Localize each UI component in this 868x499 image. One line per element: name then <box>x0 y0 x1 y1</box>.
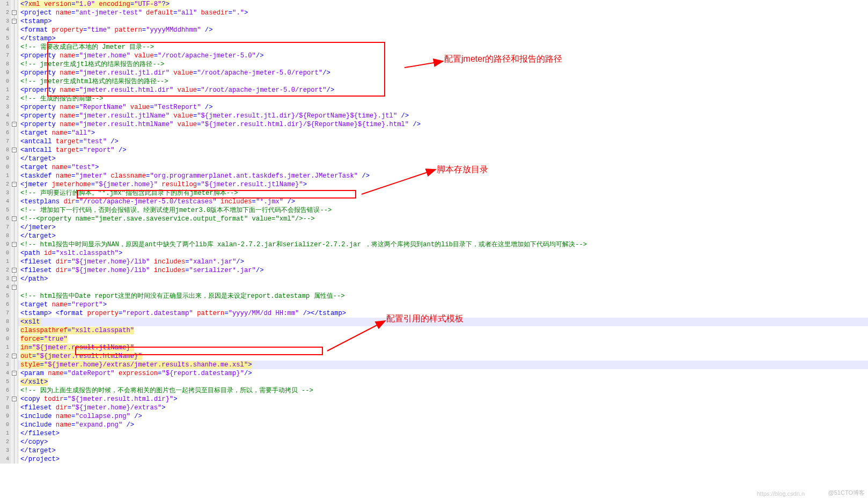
code-line[interactable]: <property name="jmeter.result.jtl.dir" v… <box>18 69 868 77</box>
code-line[interactable]: <include name="collapse.png" /> <box>18 412 868 421</box>
code-line[interactable]: <!-- 声明要运行的脚本。"*.jmx"指包含此目录下的所有jmeter脚本-… <box>18 189 868 197</box>
code-line[interactable]: <?xml version="1.0" encoding="UTF-8"?> <box>18 0 868 9</box>
code-line[interactable]: classpathref="xslt.classpath" <box>18 326 868 335</box>
code-line[interactable]: <!-- html报告中Date report这里的时间没有正确显示出来，原因是… <box>18 292 868 300</box>
code-line[interactable]: <!-- 需要改成自己本地的 Jmeter 目录--> <box>18 43 868 52</box>
line-number: 7 <box>0 395 11 403</box>
line-number: 0 <box>0 335 11 343</box>
line-number: 0 <box>0 77 11 86</box>
line-number: 5 <box>0 206 11 215</box>
code-line[interactable]: </project> <box>18 455 868 464</box>
line-number: 8 <box>0 232 11 240</box>
code-line[interactable]: <property name="jmeter.result.htmlName" … <box>18 120 868 129</box>
code-editor-content[interactable]: 配置jmeter的路径和报告的路径 脚本存放目录 配置引用的样式模板 <?xml… <box>18 0 868 464</box>
code-line[interactable]: <tstamp> <format property="report.datest… <box>18 309 868 318</box>
line-number: 3 <box>0 275 11 283</box>
fold-toggle[interactable]: − <box>12 276 17 281</box>
line-number: 2 <box>0 266 11 275</box>
code-line[interactable]: </xslt> <box>18 378 868 386</box>
code-line[interactable]: force="true" <box>18 335 868 343</box>
line-number: 3 <box>0 103 11 112</box>
fold-toggle[interactable]: − <box>12 216 17 221</box>
code-line[interactable]: </path> <box>18 275 868 283</box>
line-number: 9 <box>0 412 11 421</box>
code-line[interactable]: <target name="report"> <box>18 300 868 309</box>
line-number: 6 <box>0 43 11 52</box>
line-number: 4 <box>0 26 11 34</box>
code-line[interactable]: <property name="ReportName" value="TestR… <box>18 103 868 112</box>
code-line[interactable]: <property name="jmeter.result.jtlName" v… <box>18 112 868 120</box>
code-line[interactable]: <fileset dir="${jmeter.home}/lib" includ… <box>18 258 868 266</box>
code-line[interactable]: <property name="jmeter.home" value="/roo… <box>18 52 868 60</box>
code-line[interactable]: <taskdef name="jmeter" classname="org.pr… <box>18 172 868 180</box>
fold-toggle[interactable]: − <box>12 285 17 290</box>
line-number: 1 <box>0 343 11 352</box>
code-line[interactable]: <include name="expand.png" /> <box>18 421 868 429</box>
line-number: 2 <box>0 180 11 189</box>
line-number: 8 <box>0 146 11 155</box>
code-line[interactable]: <!--<property name="jmeter.save.saveserv… <box>18 215 868 223</box>
code-line[interactable]: </target> <box>18 155 868 163</box>
fold-toggle[interactable]: − <box>12 10 17 15</box>
code-line[interactable] <box>18 283 868 292</box>
code-line[interactable]: </jmeter> <box>18 223 868 232</box>
line-number: 1 <box>0 258 11 266</box>
fold-toggle[interactable]: − <box>12 19 17 24</box>
line-number: 9 <box>0 69 11 77</box>
code-line[interactable]: <param name="dateReport" expression="${r… <box>18 369 868 378</box>
code-line[interactable]: </target> <box>18 446 868 455</box>
code-line[interactable]: <!-- jmeter生成jtl格式的结果报告的路径--> <box>18 60 868 69</box>
fold-toggle[interactable]: − <box>12 397 17 401</box>
code-line[interactable]: <target name="all"> <box>18 129 868 137</box>
code-line[interactable]: </copy> <box>18 438 868 446</box>
line-number: 5 <box>0 378 11 386</box>
fold-gutter[interactable]: −−−−−−−−−−−−− <box>11 0 18 464</box>
code-line[interactable]: <fileset dir="${jmeter.home}/extras"> <box>18 403 868 412</box>
code-line[interactable]: </tstamp> <box>18 34 868 43</box>
code-line[interactable]: <copy todir="${jmeter.result.html.dir}"> <box>18 395 868 403</box>
code-line[interactable]: <target name="test"> <box>18 163 868 172</box>
line-number: 2 <box>0 438 11 446</box>
line-number: 7 <box>0 52 11 60</box>
fold-toggle[interactable]: − <box>12 182 17 187</box>
code-line[interactable]: <format property="time" pattern="yyyyMMd… <box>18 26 868 34</box>
line-number: 3 <box>0 361 11 369</box>
code-line[interactable]: <testplans dir="/root/apache-jmeter-5.0/… <box>18 197 868 206</box>
line-number: 1 <box>0 0 11 9</box>
line-number: 4 <box>0 197 11 206</box>
code-line[interactable]: <tstamp> <box>18 17 868 26</box>
code-line[interactable]: </fileset> <box>18 429 868 438</box>
line-number: 8 <box>0 60 11 69</box>
code-line[interactable]: <path id="xslt.classpath"> <box>18 249 868 258</box>
fold-toggle[interactable]: − <box>12 354 17 358</box>
code-line[interactable]: <!-- 因为上面生成报告的时候，不会将相关的图片也一起拷贝至目标目录，所以，需… <box>18 386 868 395</box>
code-line[interactable]: style="${jmeter.home}/extras/jmeter.resu… <box>18 361 868 369</box>
code-line[interactable]: <!-- 增加如下一行代码，否则会报错误。经测试使用jmeter3.0版本不增加… <box>18 206 868 215</box>
line-number: 4 <box>0 112 11 120</box>
code-line[interactable]: <!-- 生成的报告的前缀--> <box>18 94 868 103</box>
line-number: 3 <box>0 189 11 197</box>
fold-toggle[interactable]: − <box>12 371 17 376</box>
code-line[interactable]: out="${jmeter.result.htmlName}" <box>18 352 868 361</box>
code-line[interactable]: <project name="ant-jmeter-test" default=… <box>18 9 868 17</box>
fold-toggle[interactable]: − <box>12 122 17 127</box>
line-number: 6 <box>0 129 11 137</box>
code-line[interactable]: <!-- jmeter生成html格式的结果报告的路径--> <box>18 77 868 86</box>
line-number: 8 <box>0 403 11 412</box>
fold-toggle[interactable]: − <box>12 148 17 152</box>
code-line[interactable]: in="${jmeter.result.jtlName}" <box>18 343 868 352</box>
line-number: 2 <box>0 352 11 361</box>
code-line[interactable]: </target> <box>18 232 868 240</box>
line-number: 7 <box>0 223 11 232</box>
code-line[interactable]: <property name="jmeter.result.html.dir" … <box>18 86 868 94</box>
line-number: 9 <box>0 240 11 249</box>
fold-toggle[interactable]: − <box>12 268 17 273</box>
code-line[interactable]: <jmeter jmeterhome="${jmeter.home}" resu… <box>18 180 868 189</box>
code-line[interactable]: <antcall target="test" /> <box>18 137 868 146</box>
line-number: 5 <box>0 292 11 300</box>
code-line[interactable]: <fileset dir="${jmeter.home}/lib" includ… <box>18 266 868 275</box>
code-line[interactable]: <!-- html报告中时间显示为NAN，原因是ant中缺失了两个lib库 xa… <box>18 240 868 249</box>
fold-toggle[interactable]: − <box>12 242 17 247</box>
code-line[interactable]: <antcall target="report" /> <box>18 146 868 155</box>
code-line[interactable]: <xslt <box>18 318 868 326</box>
